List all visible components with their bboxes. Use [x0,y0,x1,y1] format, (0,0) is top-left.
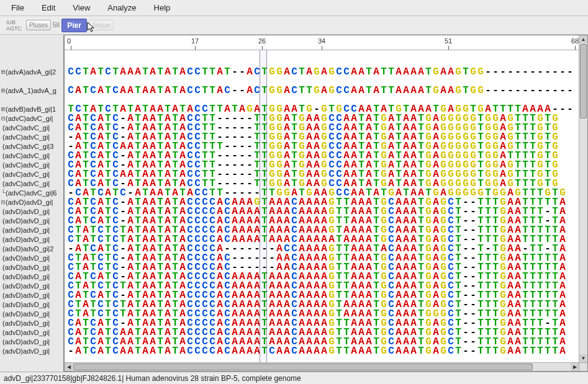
sequence-label: (advD)advD_gi| [2,273,50,280]
sequence-label: (advC)advC_gi| [2,133,50,141]
status-text: advD_gi|233770158|gb|FJ824826.1| Human a… [4,374,301,383]
scroll-up-arrow[interactable]: ▲ [579,35,587,43]
expand-icon[interactable]: ⊞ [1,68,4,75]
sequence-name[interactable]: └(advC)advC_gi|6 [0,188,63,197]
sequence-label: (advC)advC_gi|6 [6,189,57,197]
sequence-name[interactable]: ⊞(advA_1)advA_g [0,86,63,95]
sequence-label: (advD)advD_gi| [2,310,50,318]
sequence-label: (advB)advB_gi|1 [6,105,56,113]
sequence-name[interactable]: ⊟(advD)advD_gi| [0,197,63,207]
sequence-panel[interactable]: 01726345168 CCTATCTAAATATATACCTTAT--ACTG… [64,35,588,372]
sequence-name[interactable]: (advD)advD_gi| [0,309,63,318]
sequence-name[interactable]: (advD)advD_gi| [0,346,63,355]
agtc-label: AGTC [6,25,22,32]
sequence-label: (advD)advD_gi| [2,282,50,290]
sequence-label: (advC)advC_gi| [2,152,50,159]
tree-line-icon: └ [1,189,4,196]
sequence-name[interactable]: (advD)advD_gi| [0,290,63,300]
expand-icon[interactable]: ⊞ [1,105,4,112]
hscroll-thumb[interactable] [73,364,533,370]
sequence-name[interactable]: (advD)advD_gi| [0,253,63,262]
sequence-label: (advC)advC_gi| [2,161,50,169]
sequence-name[interactable]: (advC)advC_gi| [0,151,63,160]
expand-icon[interactable]: ⊞ [1,87,4,94]
menu-file[interactable]: File [2,1,33,14]
horizontal-scrollbar[interactable]: ◀ ▶ [65,362,579,371]
pluses-button[interactable]: Pluses [26,20,51,30]
sequence-name[interactable]: (advD)advD_gi| [0,234,63,244]
sequence-name[interactable]: (advD)advD_gi| [0,262,63,272]
sequence-name[interactable]: (advD)advD_gi| [0,216,63,225]
sequence-name-column: ⊞(advA)advA_gi|2⊞(advA_1)advA_g⊞(advB)ad… [0,35,64,372]
ruler-label: 68 [571,37,579,45]
pier-button[interactable]: Pier [61,19,87,32]
sequence-name[interactable]: ⊞(advB)advB_gi|1 [0,104,63,114]
scroll-right-arrow[interactable]: ▶ [571,363,579,371]
sequence-label: (advD)advD_gi| [2,217,50,225]
sequence-name[interactable]: (advD)advD_gi| [0,328,63,337]
sequence-name[interactable]: ⊟(advC)advC_gi| [0,114,63,123]
sequence-label: (advC)advC_gi| [2,180,50,187]
sequence-name[interactable]: (advD)advD_gi| [0,300,63,309]
sequence-name[interactable]: (advD)advD_gi| [0,272,63,281]
collapse-icon[interactable]: ⊟ [1,115,4,122]
sequence-label: (advC)advC_gi| [2,171,50,178]
sequence-name[interactable]: (advD)advD_gi| [0,281,63,290]
sequence-name[interactable]: (advD)advD_gi| [0,207,63,216]
sequence-label: (advD)advD_gi| [2,319,50,327]
sequence-label: (advD)advD_gi| [2,208,50,215]
toolbar: IUB AGTC Pluses 58 Pier Seque [0,16,588,35]
sequence-label: (advA)advA_gi|2 [6,68,56,76]
sequence-row[interactable]: CATCATCAATAATATACCTTAC--ACTGGACTTGAGCCAA… [67,86,574,96]
vscroll-thumb[interactable] [580,44,587,118]
sequence-label: (advD)advD_gi| [2,264,50,271]
ruler-label: 34 [318,37,325,45]
sequence-label: (advD)advD_gi| [2,226,50,234]
sequence-label: (advD)advD_gi| [2,338,50,346]
menu-edit[interactable]: Edit [33,1,64,14]
toolbar-label-group: IUB AGTC [4,19,24,32]
sequence-name[interactable]: (advC)advC_gi| [0,160,63,169]
menu-analyze[interactable]: Analyze [99,1,145,14]
sequence-row[interactable]: -ATCATCAATAATATACCCCACAAAATCAACAAAAGTTAA… [67,347,566,356]
sequence-label: (advC)advC_gi|3 [2,143,53,150]
scroll-left-arrow[interactable]: ◀ [65,363,73,371]
sequence-name[interactable]: (advD)advD_gi|2 [0,244,63,253]
seque-button[interactable]: Seque [89,20,114,30]
menu-help[interactable]: Help [145,1,179,14]
workspace: ⊞(advA)advA_gi|2⊞(advA_1)advA_g⊞(advB)ad… [0,35,588,372]
scrollbar-corner [579,362,587,371]
ruler-label: 26 [258,37,266,45]
sequence-name[interactable]: (advC)advC_gi| [0,179,63,188]
sequence-name[interactable]: ⊞(advA)advA_gi|2 [0,67,63,76]
sequence-label: (advC)advC_gi| [6,115,53,122]
menubar: FileEditViewAnalyzeHelp [0,0,588,16]
menu-view[interactable]: View [64,1,99,14]
ruler-label: 17 [191,37,199,45]
sequence-label: (advD)advD_gi| [2,254,50,262]
sequence-name[interactable]: (advD)advD_gi| [0,318,63,328]
sequence-label: (advD)advD_gi| [6,199,53,206]
sequence-label: (advC)advC_gi| [2,124,50,132]
sequence-label: (advD)advD_gi| [2,347,50,355]
sequence-label: (advD)advD_gi| [2,292,50,299]
vertical-scrollbar[interactable]: ▲ ▼ [579,35,587,362]
iub-label: IUB [6,19,22,25]
collapse-icon[interactable]: ⊟ [1,199,4,205]
toolbar-number: 58 [53,22,60,29]
sequence-rows[interactable]: CCTATCTAAATATATACCTTAT--ACTGGACTAGAGCCAA… [65,50,579,362]
sequence-label: (advA_1)advA_g [6,87,57,94]
sequence-label: (advD)advD_gi| [2,236,50,243]
position-ruler: 01726345168 [65,35,579,50]
sequence-label: (advD)advD_gi| [2,301,50,308]
sequence-name[interactable]: (advD)advD_gi| [0,225,63,234]
sequence-name[interactable]: (advC)advC_gi| [0,169,63,179]
sequence-name[interactable]: (advD)advD_gi| [0,337,63,346]
sequence-name[interactable]: (advC)advC_gi| [0,123,63,132]
sequence-label: (advD)advD_gi|2 [2,245,53,252]
sequence-name[interactable]: (advC)advC_gi| [0,132,63,141]
sequence-name[interactable]: (advC)advC_gi|3 [0,141,63,151]
sequence-row[interactable]: CCTATCTAAATATATACCTTAT--ACTGGACTAGAGCCAA… [67,68,574,77]
scroll-down-arrow[interactable]: ▼ [579,354,587,362]
statusbar: advD_gi|233770158|gb|FJ824826.1| Human a… [0,372,588,384]
